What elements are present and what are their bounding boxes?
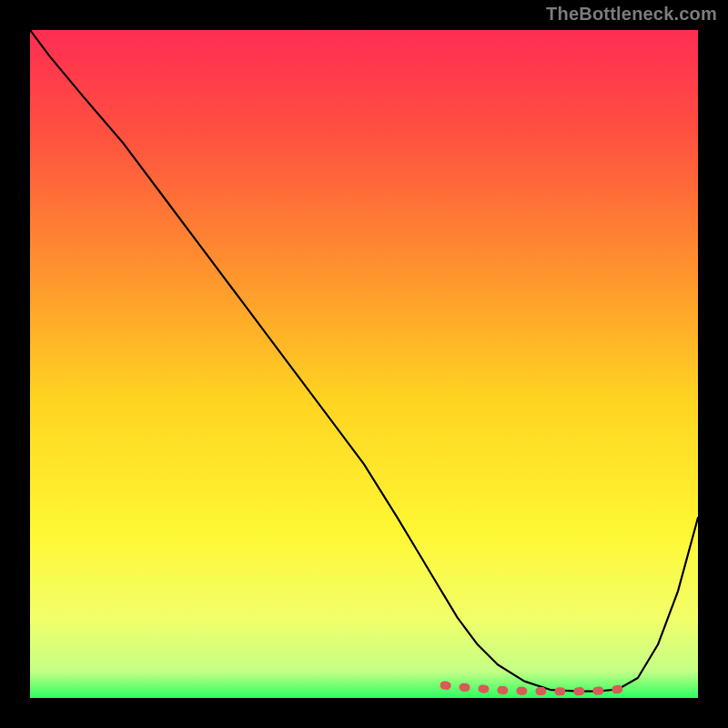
gradient-background	[30, 30, 698, 698]
plot-svg	[30, 30, 698, 698]
chart-container: TheBottleneck.com	[0, 0, 728, 728]
plot-area	[30, 30, 698, 698]
watermark-text: TheBottleneck.com	[546, 4, 717, 25]
